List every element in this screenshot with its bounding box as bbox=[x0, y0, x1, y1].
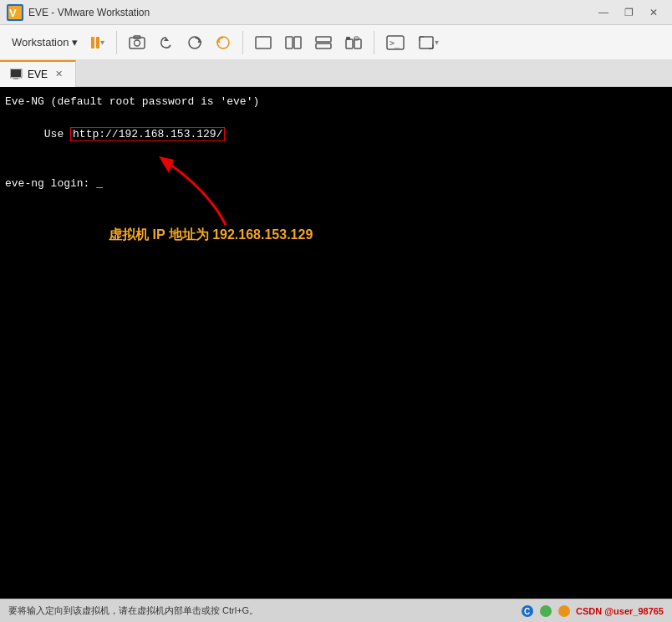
svg-rect-15 bbox=[346, 37, 350, 40]
toolbar: Workstation ▾ ▾ bbox=[0, 25, 672, 60]
status-right: C CSDN @user_98765 bbox=[521, 604, 664, 619]
title-bar: V EVE - VMware Workstation — ❐ ✕ bbox=[0, 0, 672, 25]
pause-button[interactable]: ▾ bbox=[86, 33, 109, 52]
svg-rect-8 bbox=[256, 37, 271, 48]
tabs-bar: EVE ✕ bbox=[0, 60, 672, 87]
toolbar-separator-1 bbox=[116, 31, 117, 54]
terminal-line-2: Use http://192.168.153.129/ bbox=[5, 110, 667, 160]
svg-point-7 bbox=[217, 37, 229, 48]
toolbar-separator-3 bbox=[374, 31, 374, 54]
main-area: Eve-NG (default root password is 'eve') … bbox=[0, 87, 672, 599]
svg-text:C: C bbox=[524, 607, 530, 616]
svg-rect-3 bbox=[130, 38, 145, 48]
svg-rect-14 bbox=[354, 39, 361, 48]
workstation-dropdown-arrow: ▾ bbox=[72, 36, 78, 48]
view-normal-button[interactable] bbox=[250, 33, 277, 53]
svg-text:V: V bbox=[9, 7, 17, 19]
svg-rect-11 bbox=[316, 37, 331, 42]
view-tabs-button[interactable] bbox=[340, 33, 367, 53]
app-icon: V bbox=[7, 4, 23, 21]
fullscreen-arrow: ▾ bbox=[435, 38, 439, 47]
fullscreen-button[interactable]: ▾ bbox=[413, 32, 444, 54]
tab-vm-icon bbox=[10, 69, 23, 80]
view-normal-icon bbox=[255, 36, 272, 49]
snapshot2-button[interactable] bbox=[211, 32, 236, 54]
tab-eve[interactable]: EVE ✕ bbox=[0, 60, 76, 87]
minimize-button[interactable]: — bbox=[592, 4, 615, 21]
status-icons: C bbox=[521, 604, 571, 619]
terminal[interactable]: Eve-NG (default root password is 'eve') … bbox=[0, 87, 672, 599]
pause-dropdown-arrow: ▾ bbox=[100, 38, 104, 47]
view-stacked-button[interactable] bbox=[310, 33, 337, 53]
toolbar-separator-2 bbox=[242, 31, 243, 54]
window-title: EVE - VMware Workstation bbox=[28, 7, 592, 18]
snapshot-button[interactable] bbox=[182, 32, 207, 54]
view-stacked-icon bbox=[315, 36, 332, 49]
svg-rect-12 bbox=[316, 43, 331, 48]
console-button[interactable]: >_ bbox=[381, 32, 410, 54]
terminal-line-4: eve-ng login: _ bbox=[5, 176, 667, 192]
status-bar: 要将输入定向到该虚拟机，请在虚拟机内部单击或按 Ctrl+G。 C CSDN @… bbox=[0, 599, 672, 622]
view-tabs-icon bbox=[345, 36, 362, 49]
tab-close-button[interactable]: ✕ bbox=[52, 68, 65, 81]
restore-button[interactable]: ❐ bbox=[617, 4, 640, 21]
svg-point-27 bbox=[558, 605, 570, 617]
svg-point-4 bbox=[135, 40, 140, 46]
workstation-label: Workstation bbox=[12, 36, 69, 48]
view-split-icon bbox=[285, 36, 302, 49]
view-split-button[interactable] bbox=[280, 33, 307, 53]
annotation-text: 虚拟机 IP 地址为 192.168.153.129 bbox=[109, 225, 313, 245]
svg-rect-13 bbox=[346, 39, 353, 48]
svg-rect-10 bbox=[294, 37, 301, 48]
svg-rect-22 bbox=[13, 78, 18, 79]
tab-label: EVE bbox=[28, 69, 48, 80]
terminal-line-3 bbox=[5, 159, 667, 176]
fullscreen-icon bbox=[418, 35, 435, 50]
svg-rect-19 bbox=[420, 37, 433, 48]
csdn-label: CSDN @user_98765 bbox=[576, 606, 664, 616]
terminal-url: http://192.168.153.129/ bbox=[70, 127, 225, 141]
svg-text:>_: >_ bbox=[389, 38, 400, 48]
close-button[interactable]: ✕ bbox=[642, 4, 665, 21]
pause-icon bbox=[91, 37, 99, 48]
history-back-button[interactable] bbox=[154, 32, 179, 54]
history-back-icon bbox=[159, 35, 174, 50]
svg-rect-9 bbox=[286, 37, 293, 48]
screenshot-button[interactable] bbox=[124, 32, 150, 54]
window-controls: — ❐ ✕ bbox=[592, 4, 665, 21]
console-icon: >_ bbox=[386, 35, 405, 50]
svg-rect-21 bbox=[11, 69, 21, 77]
svg-point-26 bbox=[540, 605, 552, 617]
workstation-menu[interactable]: Workstation ▾ bbox=[7, 33, 83, 52]
screenshot-icon bbox=[129, 35, 145, 50]
status-left-text: 要将输入定向到该虚拟机，请在虚拟机内部单击或按 Ctrl+G。 bbox=[8, 604, 258, 617]
svg-point-6 bbox=[189, 37, 201, 48]
snapshot-icon bbox=[187, 35, 202, 50]
snapshot2-icon bbox=[216, 35, 231, 50]
terminal-line2-prefix: Use bbox=[44, 128, 70, 140]
terminal-line-1: Eve-NG (default root password is 'eve') bbox=[5, 94, 667, 110]
